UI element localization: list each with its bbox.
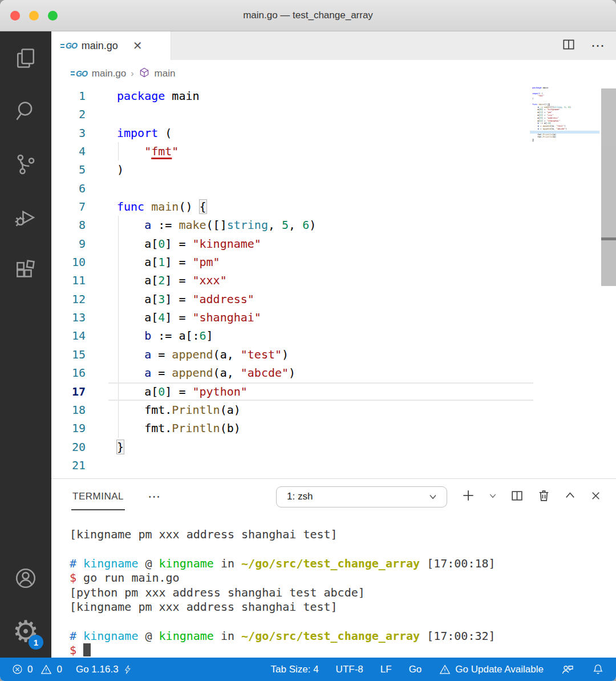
- go-file-icon: GO: [60, 41, 77, 50]
- line-number: 16: [51, 364, 108, 382]
- split-terminal-icon[interactable]: [510, 489, 524, 505]
- code-text: [108, 456, 117, 474]
- breadcrumb: GO main.go › main: [51, 60, 616, 87]
- terminal-profile-chevron-icon[interactable]: [488, 491, 497, 502]
- more-actions-icon[interactable]: ⋯: [591, 43, 606, 49]
- split-editor-icon[interactable]: [561, 37, 576, 54]
- minimap[interactable]: package mainimport ( "fmt")func main() {…: [532, 87, 599, 144]
- code-line[interactable]: 15 a = append(a, "test"): [51, 345, 616, 364]
- search-icon[interactable]: [0, 84, 51, 138]
- terminal-tab[interactable]: TERMINAL: [71, 483, 125, 510]
- chevron-down-icon: [427, 491, 439, 502]
- terminal-dropdown[interactable]: 1: zsh: [276, 486, 447, 507]
- line-number: 21: [51, 456, 108, 474]
- close-window-button[interactable]: [10, 11, 20, 21]
- tab-main-go[interactable]: GO main.go ✕: [51, 31, 171, 60]
- line-number: 2: [51, 105, 108, 123]
- go-version-status[interactable]: Go 1.16.3: [76, 664, 133, 675]
- line-number: 12: [51, 290, 108, 308]
- terminal-line: [python pm xxx address shanghai test abc…: [70, 586, 610, 600]
- minimize-window-button[interactable]: [29, 11, 39, 21]
- code-line[interactable]: 10 a[1] = "pm": [51, 253, 616, 271]
- breadcrumb-file[interactable]: main.go: [92, 68, 126, 79]
- terminal-output[interactable]: [kingname pm xxx address shanghai test]#…: [70, 527, 610, 658]
- code-line[interactable]: 14 b := a[:6]: [51, 327, 616, 345]
- account-icon[interactable]: [0, 551, 51, 605]
- terminal-line: # kingname @ kingname in ~/go/src/test_c…: [70, 629, 610, 643]
- warning-icon: [439, 663, 451, 676]
- zoom-window-button[interactable]: [48, 11, 58, 21]
- code-editor[interactable]: 1package main23import (4 "fmt"5)67func m…: [51, 87, 616, 478]
- tab-close-icon[interactable]: ✕: [133, 39, 143, 53]
- eol-status[interactable]: LF: [380, 664, 392, 675]
- window-title: main.go — test_change_array: [243, 10, 373, 21]
- run-and-debug-icon[interactable]: [0, 191, 51, 244]
- code-line[interactable]: 2: [51, 105, 616, 123]
- line-number: 4: [51, 142, 108, 160]
- terminal-more-icon[interactable]: ⋯: [148, 494, 161, 499]
- terminal-line: $ go run main.go: [70, 571, 610, 585]
- notifications-bell-icon[interactable]: [591, 663, 605, 676]
- symbol-cube-icon: [139, 67, 150, 80]
- close-panel-icon[interactable]: [589, 489, 602, 505]
- code-line[interactable]: 1package main: [51, 87, 616, 105]
- line-number: 10: [51, 253, 108, 271]
- vscode-window: main.go — test_change_array: [0, 0, 616, 681]
- code-line[interactable]: 17 a[0] = "python": [51, 382, 616, 401]
- terminal-header: TERMINAL ⋯ 1: zsh: [51, 479, 616, 514]
- code-line[interactable]: 7func main() {: [51, 198, 616, 216]
- code-line[interactable]: 11 a[2] = "xxx": [51, 271, 616, 289]
- extensions-icon[interactable]: [0, 244, 51, 297]
- code-line[interactable]: 20}: [51, 438, 616, 456]
- code-line[interactable]: 21: [51, 456, 616, 474]
- code-text: [108, 179, 117, 198]
- code-text: a := make([]string, 5, 6): [108, 216, 316, 234]
- code-line[interactable]: 16 a = append(a, "abcde"): [51, 364, 616, 382]
- breadcrumb-symbol[interactable]: main: [155, 68, 176, 79]
- code-line[interactable]: 6: [51, 179, 616, 198]
- kill-terminal-trash-icon[interactable]: [537, 489, 551, 505]
- code-line[interactable]: 13 a[4] = "shanghai": [51, 308, 616, 327]
- language-status[interactable]: Go: [409, 664, 422, 675]
- tab-size-status[interactable]: Tab Size: 4: [271, 664, 319, 675]
- tab-label: main.go: [82, 40, 118, 52]
- terminal-line: [kingname pm xxx address shanghai test]: [70, 527, 610, 542]
- code-text: a = append(a, "test"): [108, 345, 289, 364]
- code-line[interactable]: 4 "fmt": [51, 142, 616, 160]
- code-line[interactable]: 19 fmt.Println(b): [51, 419, 616, 437]
- code-text: fmt.Println(a): [108, 401, 241, 419]
- code-line[interactable]: 5): [51, 160, 616, 179]
- terminal-line: # kingname @ kingname in ~/go/src/test_c…: [70, 557, 610, 571]
- go-file-icon: GO: [71, 69, 87, 78]
- terminal-line: [70, 614, 610, 628]
- maximize-panel-icon[interactable]: [564, 489, 577, 505]
- code-text: func main() {: [108, 198, 206, 216]
- line-number: 1: [51, 87, 108, 105]
- title-bar[interactable]: main.go — test_change_array: [0, 0, 616, 31]
- source-control-icon[interactable]: [0, 138, 51, 191]
- code-line[interactable]: 18 fmt.Println(a): [51, 401, 616, 419]
- settings-gear-icon[interactable]: ⚙ 1: [0, 605, 51, 658]
- code-text: }: [108, 438, 124, 456]
- terminal-panel: TERMINAL ⋯ 1: zsh: [51, 478, 616, 658]
- breadcrumb-separator: ›: [131, 68, 133, 79]
- code-text: a[0] = "python": [108, 382, 248, 401]
- feedback-icon[interactable]: [561, 663, 574, 676]
- code-line[interactable]: 9 a[0] = "kingname": [51, 235, 616, 253]
- warning-icon: [40, 663, 52, 676]
- code-line[interactable]: 12 a[3] = "address": [51, 290, 616, 308]
- problems-indicator[interactable]: 0 0: [11, 663, 62, 676]
- go-update-status[interactable]: Go Update Available: [439, 663, 544, 676]
- explorer-icon[interactable]: [0, 31, 51, 84]
- status-bar: 0 0 Go 1.16.3 Tab Size: 4 UTF-8 LF Go Go…: [0, 658, 616, 681]
- code-line[interactable]: 8 a := make([]string, 5, 6): [51, 216, 616, 234]
- terminal-dropdown-value: 1: zsh: [287, 491, 427, 502]
- new-terminal-icon[interactable]: [461, 488, 476, 505]
- code-text: b := a[:6]: [108, 327, 213, 345]
- encoding-status[interactable]: UTF-8: [336, 664, 363, 675]
- line-number: 18: [51, 401, 108, 419]
- lightning-icon: [123, 664, 133, 675]
- code-text: [108, 105, 117, 123]
- editor-scrollbar[interactable]: [601, 88, 616, 286]
- line-number: 6: [51, 179, 108, 198]
